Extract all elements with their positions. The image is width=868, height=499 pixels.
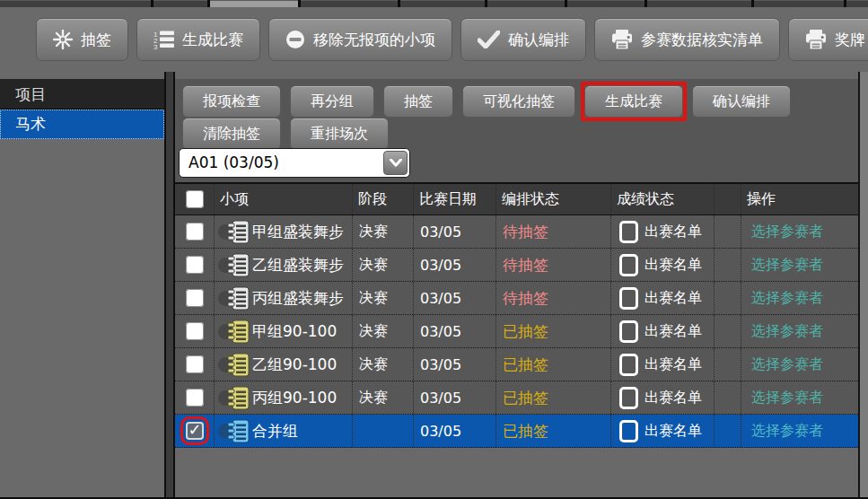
spacer-cell <box>715 315 741 347</box>
toolbar-button-confirm-arrangement[interactable]: 确认编排 <box>460 18 586 61</box>
notepad-icon <box>227 320 250 344</box>
toolbar-button-remove-empty-items[interactable]: 移除无报项的小项 <box>268 18 452 61</box>
spacer-cell <box>715 415 741 447</box>
score-cell: 出赛名单 <box>611 282 715 314</box>
start-list-label[interactable]: 出赛名单 <box>644 355 702 374</box>
chevron-down-icon[interactable] <box>383 151 408 175</box>
toolbar-button-label: 奖牌 <box>835 30 865 50</box>
select-participants-link[interactable]: 选择参赛者 <box>751 256 823 275</box>
select-participants-link[interactable]: 选择参赛者 <box>751 223 823 241</box>
table-row[interactable]: 乙组90-100决赛03/05已抽签出赛名单选择参赛者 <box>175 348 858 381</box>
top-tab-stub[interactable] <box>487 0 565 7</box>
toolbar-button-medals[interactable]: 奖牌 <box>788 18 868 61</box>
svg-text:3: 3 <box>153 43 158 49</box>
toolbar-button-draw[interactable]: 抽签 <box>36 18 128 61</box>
arrange-status: 待抽签 <box>496 249 611 281</box>
start-list-label[interactable]: 出赛名单 <box>644 422 702 441</box>
table-row[interactable]: 丙组90-100决赛03/05已抽签出赛名单选择参赛者 <box>175 381 858 415</box>
select-all-checkbox[interactable] <box>186 190 204 208</box>
top-tab-stub[interactable] <box>846 0 868 7</box>
row-checkbox[interactable] <box>186 355 204 373</box>
action-button-draw[interactable]: 抽签 <box>383 85 453 118</box>
action-button-generate-match[interactable]: 生成比赛 <box>584 85 683 118</box>
toolbar-button-label: 移除无报项的小项 <box>313 30 435 50</box>
notepad-icon <box>227 419 250 443</box>
notepad-icon <box>227 253 250 277</box>
notepad-icon <box>227 220 250 244</box>
select-participants-link[interactable]: 选择参赛者 <box>751 289 823 308</box>
action-button-visual-draw[interactable]: 可视化抽签 <box>462 85 575 118</box>
date-cell: 03/05 <box>414 282 496 314</box>
sidebar-item-equestrian[interactable]: 马术 <box>0 109 164 139</box>
table-row[interactable]: 丙组盛装舞步决赛03/05待抽签出赛名单选择参赛者 <box>175 282 858 315</box>
top-tab-stub[interactable] <box>754 0 844 7</box>
row-checkbox[interactable] <box>186 389 204 407</box>
checkbox-outline-icon <box>619 420 638 442</box>
top-tab-stub[interactable] <box>400 0 485 7</box>
table-row[interactable]: 甲组90-100决赛03/05已抽签出赛名单选择参赛者 <box>175 315 858 348</box>
action-row-2: 清除抽签重排场次 <box>182 118 855 149</box>
row-checkbox[interactable] <box>186 322 204 340</box>
toolbar-button-label: 参赛数据核实清单 <box>641 30 763 50</box>
action-cell: 选择参赛者 <box>741 315 858 347</box>
row-select-cell <box>175 282 215 314</box>
stage-cell <box>353 415 414 447</box>
top-tab-stub[interactable] <box>647 0 751 7</box>
row-select-cell <box>175 249 215 281</box>
sidebar-header: 项目 <box>0 79 164 109</box>
top-tab-stub[interactable] <box>301 0 398 7</box>
main-panel: 报项检查再分组抽签可视化抽签生成比赛确认编排 清除抽签重排场次 A01 (03/… <box>175 72 858 497</box>
stage-cell: 决赛 <box>353 381 414 414</box>
arrange-status: 已抽签 <box>496 348 611 381</box>
action-button-reorder-sessions[interactable]: 重排场次 <box>290 118 389 150</box>
select-participants-link[interactable]: 选择参赛者 <box>751 422 823 441</box>
toolbar-button-label: 确认编排 <box>508 30 569 50</box>
row-checkbox[interactable] <box>186 223 204 241</box>
session-dropdown[interactable]: A01 (03/05) <box>179 148 410 178</box>
row-select-cell <box>175 315 215 347</box>
stage-cell: 决赛 <box>353 249 414 281</box>
header-operation: 操作 <box>741 184 858 214</box>
table-row[interactable]: 甲组盛装舞步决赛03/05待抽签出赛名单选择参赛者 <box>175 215 858 249</box>
action-button-confirm-arrangement[interactable]: 确认编排 <box>692 85 791 118</box>
toolbar-button-label: 生成比赛 <box>182 30 243 50</box>
date-cell: 03/05 <box>414 415 496 447</box>
select-participants-link[interactable]: 选择参赛者 <box>751 355 823 374</box>
top-tab-stub[interactable] <box>0 0 151 7</box>
checkbox-outline-icon <box>619 387 638 409</box>
start-list-label[interactable]: 出赛名单 <box>644 256 702 275</box>
table-row[interactable]: 合并组03/05已抽签出赛名单选择参赛者 <box>175 415 858 448</box>
row-checkbox[interactable] <box>186 289 204 307</box>
row-select-cell <box>175 415 215 447</box>
row-checkbox[interactable] <box>186 422 204 440</box>
action-button-entry-check[interactable]: 报项检查 <box>182 85 281 118</box>
arrange-status: 已抽签 <box>496 381 611 414</box>
score-cell: 出赛名单 <box>611 348 715 381</box>
date-cell: 03/05 <box>414 249 496 281</box>
row-checkbox[interactable] <box>186 256 204 274</box>
row-select-cell <box>175 215 215 248</box>
start-list-label[interactable]: 出赛名单 <box>644 322 702 341</box>
toolbar-button-data-verify-list[interactable]: 参赛数据核实清单 <box>594 18 780 61</box>
start-list-label[interactable]: 出赛名单 <box>644 389 702 407</box>
item-cell: 甲组90-100 <box>215 315 353 347</box>
select-participants-link[interactable]: 选择参赛者 <box>751 322 823 341</box>
action-button-regroup[interactable]: 再分组 <box>290 85 374 118</box>
check-icon <box>478 31 500 48</box>
top-tab-stub-active[interactable] <box>210 0 298 7</box>
item-name: 乙组90-100 <box>252 355 337 375</box>
item-name: 丙组90-100 <box>252 388 337 408</box>
header-date: 比赛日期 <box>414 184 496 214</box>
top-tab-stub[interactable] <box>153 0 207 7</box>
start-list-label[interactable]: 出赛名单 <box>644 223 702 241</box>
item-cell: 乙组盛装舞步 <box>215 249 353 281</box>
numbered-list-icon: 123 <box>153 31 174 49</box>
table-body: 甲组盛装舞步决赛03/05待抽签出赛名单选择参赛者乙组盛装舞步决赛03/05待抽… <box>175 215 858 448</box>
toolbar-button-generate-match[interactable]: 123生成比赛 <box>136 18 260 61</box>
table-row[interactable]: 乙组盛装舞步决赛03/05待抽签出赛名单选择参赛者 <box>175 249 858 282</box>
select-participants-link[interactable]: 选择参赛者 <box>751 389 823 407</box>
red-highlight-box: 生成比赛 <box>581 82 687 121</box>
action-button-clear-draw[interactable]: 清除抽签 <box>182 118 281 150</box>
start-list-label[interactable]: 出赛名单 <box>644 289 702 308</box>
top-tab-stub[interactable] <box>567 0 644 7</box>
